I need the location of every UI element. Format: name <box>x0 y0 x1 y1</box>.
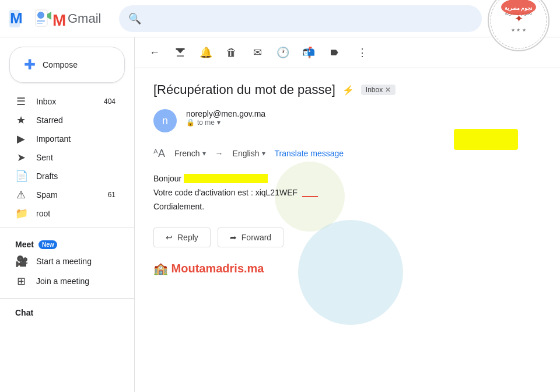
footer-logo: 🏫 Moutamadris.ma <box>153 262 264 275</box>
email-footer: 🏫 Moutamadris.ma <box>153 261 541 275</box>
header: M M Gmail 🔍 نجوم مصرية <box>0 0 560 37</box>
meet-new-badge: New <box>38 240 58 249</box>
sidebar-item-starred[interactable]: ★ Starred <box>0 111 125 130</box>
footer-logo-icon: 🏫 <box>153 262 168 275</box>
email-body: Bonjour Votre code d'activation est : xi… <box>153 172 541 214</box>
label-button[interactable] <box>324 42 345 63</box>
logo-area: M M Gmail <box>9 7 114 30</box>
start-meeting-item[interactable]: 🎥 Start a meeting <box>0 251 134 271</box>
to-lang-label: English <box>233 149 260 158</box>
from-lang-arrow: ▾ <box>202 149 206 158</box>
join-meeting-item[interactable]: ⊞ Join a meeting <box>0 271 134 291</box>
from-lang-label: French <box>174 149 200 158</box>
search-bar[interactable]: 🔍 <box>119 5 482 32</box>
translate-message-link[interactable]: Translate message <box>275 149 344 158</box>
compose-label: Compose <box>43 60 78 69</box>
sender-name: noreply@men.gov.ma <box>186 109 541 118</box>
to-lang-selector[interactable]: English ▾ <box>228 146 270 160</box>
spam-label: Spam <box>36 190 99 200</box>
activation-code: xiqL21WEF <box>256 188 298 197</box>
inbox-badge-close[interactable]: ✕ <box>385 86 391 94</box>
reply-label: Reply <box>177 233 198 242</box>
sidebar-item-inbox[interactable]: ☰ Inbox 404 <box>0 92 125 111</box>
compose-button[interactable]: ✚ Compose <box>9 47 125 83</box>
video-icon: 🎥 <box>15 255 27 268</box>
reply-button[interactable]: ↩ Reply <box>153 228 211 247</box>
mute-button[interactable]: 🔔 <box>195 42 216 63</box>
inbox-count: 404 <box>104 97 116 106</box>
compose-plus-icon: ✚ <box>24 57 36 73</box>
spam-icon: ⚠ <box>15 188 27 201</box>
gmail-text: Gmail <box>68 11 101 26</box>
yellow-accent-box <box>454 129 518 150</box>
sidebar: ✚ Compose ☰ Inbox 404 ★ Starred ▶ Import… <box>0 37 134 392</box>
svg-text:M: M <box>10 9 23 27</box>
svg-marker-6 <box>47 12 51 20</box>
translate-icon: ᴬА <box>153 147 165 160</box>
grid-icon: ⊞ <box>15 275 27 288</box>
email-subject: [Récupération du mot de passe] <box>153 82 335 97</box>
to-me-row[interactable]: 🔒 to me ▾ <box>186 118 541 127</box>
meet-section: Meet New 🎥 Start a meeting ⊞ Join a meet… <box>0 233 134 293</box>
email-subject-row: [Récupération du mot de passe] ⚡ Inbox ✕ <box>153 82 541 97</box>
sidebar-item-sent[interactable]: ➤ Sent <box>0 148 125 167</box>
inbox-label: Inbox <box>36 97 94 106</box>
red-underline <box>302 188 318 197</box>
move-button[interactable]: 📬 <box>298 42 319 63</box>
drafts-label: Drafts <box>36 172 116 181</box>
svg-rect-5 <box>37 23 43 24</box>
inbox-badge-text: Inbox <box>366 86 383 94</box>
more-button[interactable]: ⋮ <box>352 42 373 63</box>
important-label: Important <box>36 134 116 144</box>
search-input[interactable] <box>146 13 473 24</box>
snooze-button[interactable]: 🕐 <box>272 42 293 63</box>
back-button[interactable]: ← <box>144 42 165 63</box>
svg-rect-15 <box>176 48 185 50</box>
svg-text:M: M <box>52 11 65 29</box>
root-icon: 📁 <box>15 207 27 220</box>
header-right: نجوم مصرية ✦ ★ ★ ★ نجوم مصرية <box>487 0 551 37</box>
root-label: root <box>36 209 116 218</box>
inbox-badge: Inbox ✕ <box>361 85 396 95</box>
lightning-icon: ⚡ <box>342 85 354 96</box>
mark-read-button[interactable]: ✉ <box>247 42 268 63</box>
gmail-logo-icon: M <box>9 7 33 30</box>
drafts-icon: 📄 <box>15 170 27 183</box>
reply-forward-row: ↩ Reply ➦ Forward <box>153 228 541 247</box>
sidebar-item-important[interactable]: ▶ Important <box>0 130 125 148</box>
svg-rect-4 <box>37 20 45 22</box>
forward-label: Forward <box>242 233 271 242</box>
body-closing: Cordialement. <box>153 200 541 214</box>
to-me-chevron: ▾ <box>217 118 220 127</box>
delete-button[interactable]: 🗑 <box>221 42 242 63</box>
forward-button[interactable]: ➦ Forward <box>218 228 284 247</box>
to-me-label: to me <box>197 118 215 127</box>
name-highlight <box>184 174 267 183</box>
body-activation-line: Votre code d'activation est : xiqL21WEF <box>153 186 541 200</box>
inbox-icon: ☰ <box>15 95 27 108</box>
svg-text:★ ★ ★: ★ ★ ★ <box>511 27 526 33</box>
forward-icon: ➦ <box>230 233 237 242</box>
search-icon: 🔍 <box>128 12 141 25</box>
sidebar-divider <box>0 228 134 228</box>
svg-point-3 <box>37 12 44 19</box>
meet-header: Meet New <box>0 237 134 251</box>
sidebar-divider2 <box>0 298 134 299</box>
meet-label: Meet <box>15 240 34 249</box>
gmail-icon: M <box>35 7 65 30</box>
sidebar-item-root[interactable]: 📁 root <box>0 204 125 223</box>
sidebar-item-spam[interactable]: ⚠ Spam 61 <box>0 186 125 204</box>
spam-count: 61 <box>108 191 116 199</box>
start-meeting-label: Start a meeting <box>36 257 92 266</box>
translate-arrow-right: → <box>215 149 223 158</box>
sidebar-item-drafts[interactable]: 📄 Drafts <box>0 167 125 186</box>
body-greeting: Bonjour <box>153 172 541 186</box>
important-icon: ▶ <box>15 132 27 145</box>
from-lang-selector[interactable]: French ▾ <box>170 146 211 160</box>
email-content: [Récupération du mot de passe] ⚡ Inbox ✕… <box>135 68 560 392</box>
sent-icon: ➤ <box>15 151 27 164</box>
footer-logo-text: Moutamadris.ma <box>172 262 264 275</box>
svg-text:نجوم مصرية: نجوم مصرية <box>505 5 533 12</box>
sent-label: Sent <box>36 153 116 162</box>
archive-button[interactable] <box>170 42 191 63</box>
